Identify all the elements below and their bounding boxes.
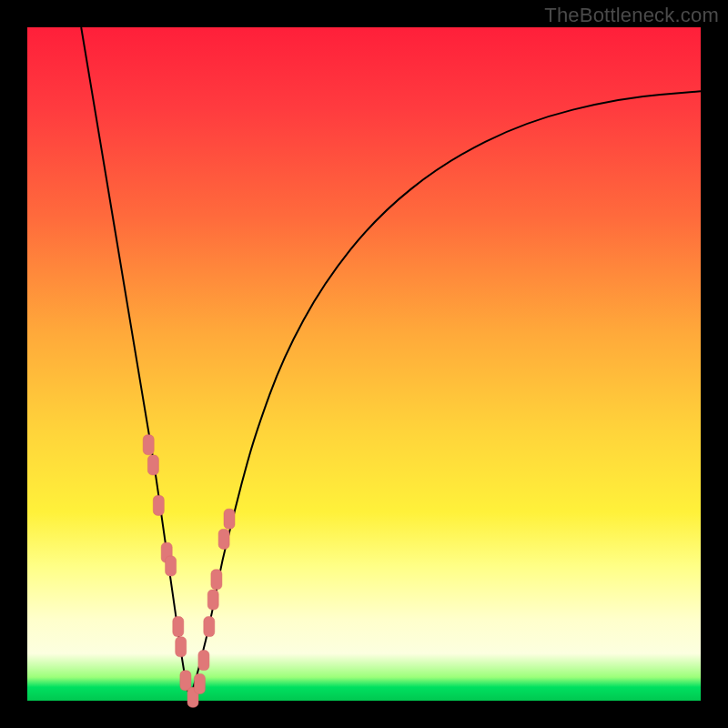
marker-point <box>173 617 184 637</box>
marker-point <box>224 509 235 529</box>
bottleneck-curve <box>81 27 701 694</box>
marker-point <box>204 617 215 637</box>
marker-point <box>198 651 209 671</box>
outer-frame: TheBottleneck.com <box>0 0 728 728</box>
marker-point <box>176 637 187 657</box>
chart-overlay <box>27 27 701 701</box>
marker-point <box>218 529 229 549</box>
highlight-markers <box>143 435 235 708</box>
watermark-text: TheBottleneck.com <box>544 4 719 27</box>
marker-point <box>211 570 222 590</box>
marker-point <box>180 671 191 691</box>
marker-point <box>194 674 205 694</box>
marker-point <box>143 435 154 455</box>
marker-point <box>207 590 218 610</box>
marker-point <box>147 455 158 475</box>
marker-point <box>153 495 164 515</box>
marker-point <box>166 556 177 576</box>
